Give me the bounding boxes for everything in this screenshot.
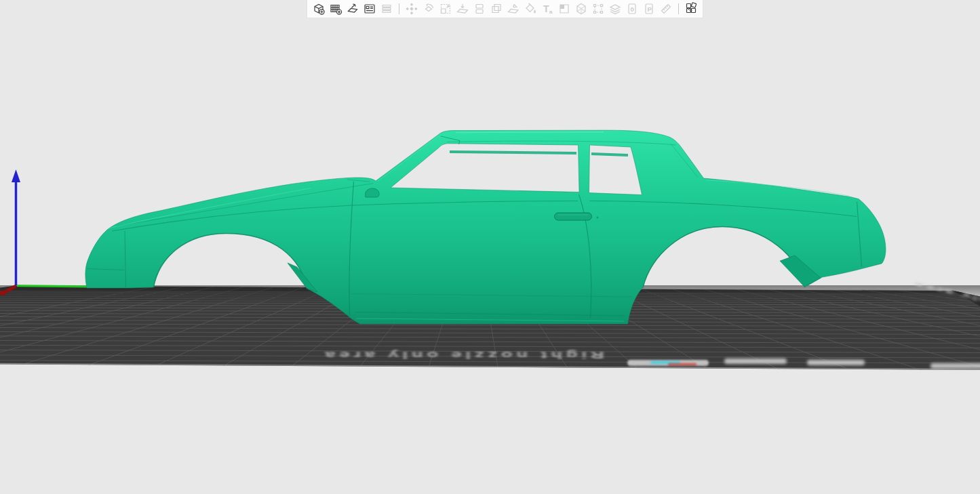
z-axis-icon bbox=[12, 169, 20, 285]
far-side-rail bbox=[591, 154, 628, 155]
far-side-rail bbox=[450, 152, 576, 153]
y-axis-icon bbox=[17, 286, 89, 287]
scene-canvas bbox=[0, 0, 980, 494]
viewport-3d[interactable]: Right nozzle only area Left nozzle only … bbox=[0, 18, 980, 494]
axes-indicator bbox=[0, 169, 89, 296]
application-window: T a bbox=[0, 0, 980, 494]
